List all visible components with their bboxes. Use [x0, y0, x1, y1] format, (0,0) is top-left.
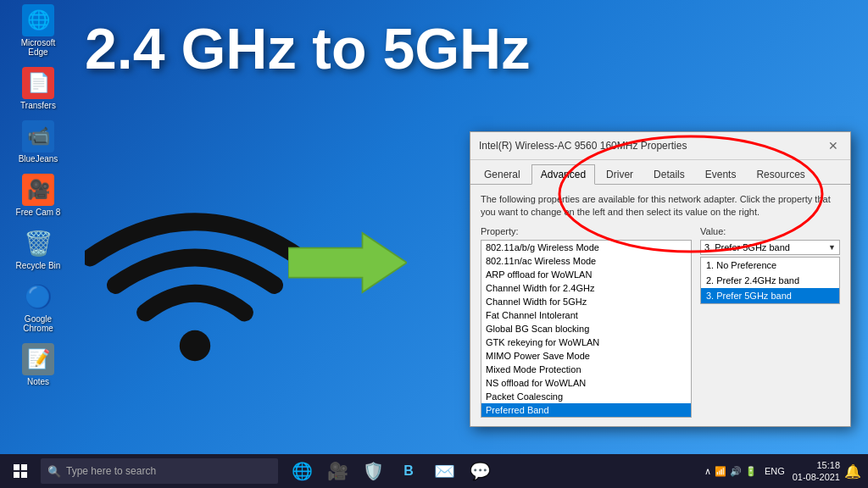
dialog-body: Property: 802.11a/b/g Wireless Mode 802.…: [481, 226, 840, 418]
time-display: 15:18: [793, 459, 840, 471]
battery-icon[interactable]: 🔋: [745, 466, 757, 477]
property-item[interactable]: Fat Channel Intolerant: [481, 308, 691, 322]
property-item[interactable]: MIMO Power Save Mode: [481, 349, 691, 363]
dialog-titlebar: Intel(R) Wireless-AC 9560 160MHz Propert…: [470, 132, 850, 160]
dialog-tabs: General Advanced Driver Details Events R…: [470, 160, 850, 185]
dropdown-arrow-icon: ▼: [828, 243, 836, 252]
desktop-icon-transfers[interactable]: 📄 Transfers: [8, 67, 68, 110]
tab-general[interactable]: General: [475, 164, 530, 185]
value-options-box: 1. No Preference 2. Prefer 2.4GHz band 3…: [700, 257, 840, 304]
property-item[interactable]: NS offload for WoWLAN: [481, 376, 691, 390]
desktop-icon-recyclebin[interactable]: 🗑️ Recycle Bin: [8, 227, 68, 270]
property-item[interactable]: Global BG Scan blocking: [481, 322, 691, 336]
svg-point-0: [180, 330, 210, 361]
dialog-close-button[interactable]: ✕: [825, 137, 842, 154]
property-item[interactable]: Roaming Aggressiveness: [481, 417, 691, 418]
systray-icons: ∧ 📶 🔊 🔋: [704, 466, 757, 477]
dialog-content: The following properties are available f…: [470, 185, 850, 426]
property-item[interactable]: 802.11a/b/g Wireless Mode: [481, 241, 691, 254]
notification-icon[interactable]: 🔔: [844, 463, 861, 480]
tab-details[interactable]: Details: [644, 164, 694, 185]
taskbar: 🔍 Type here to search 🌐 🎥 🛡️ B ✉️ 💬 ∧ 📶 …: [0, 454, 868, 488]
taskbar-app-edge[interactable]: 🌐: [285, 454, 319, 488]
property-item[interactable]: Channel Width for 5GHz: [481, 295, 691, 308]
value-label: Value:: [700, 226, 840, 236]
taskbar-app-chat[interactable]: 💬: [463, 454, 497, 488]
taskbar-search-box[interactable]: 🔍 Type here to search: [41, 458, 278, 484]
value-dropdown-container: 3. Prefer 5GHz band ▼: [700, 240, 840, 255]
desktop: 2.4 GHz to 5GHz 🌐 MicrosoftEdge 📄 Transf…: [0, 0, 868, 488]
wifi-symbol: [85, 169, 305, 390]
value-option-no-preference[interactable]: 1. No Preference: [701, 258, 839, 273]
dialog-properties: Intel(R) Wireless-AC 9560 160MHz Propert…: [470, 131, 851, 427]
taskbar-right: ∧ 📶 🔊 🔋 ENG 15:18 01-08-2021 🔔: [704, 459, 868, 484]
property-label: Property:: [481, 226, 692, 236]
taskbar-app-shield[interactable]: 🛡️: [356, 454, 390, 488]
taskbar-app-camera[interactable]: 🎥: [320, 454, 354, 488]
taskbar-app-b[interactable]: B: [392, 454, 426, 488]
search-placeholder-text: Type here to search: [66, 465, 156, 477]
green-arrow: [288, 229, 407, 297]
property-list[interactable]: 802.11a/b/g Wireless Mode 802.11n/ac Wir…: [481, 240, 692, 418]
property-item[interactable]: ARP offload for WoWLAN: [481, 268, 691, 281]
dialog-title: Intel(R) Wireless-AC 9560 160MHz Propert…: [479, 140, 687, 152]
taskbar-app-mail[interactable]: ✉️: [427, 454, 461, 488]
property-item[interactable]: 802.11n/ac Wireless Mode: [481, 254, 691, 268]
svg-marker-1: [288, 233, 407, 292]
dialog-description: The following properties are available f…: [481, 193, 840, 219]
network-icon[interactable]: 📶: [715, 466, 726, 477]
tab-resources[interactable]: Resources: [747, 164, 814, 185]
search-icon: 🔍: [47, 465, 61, 478]
desktop-icon-freecam[interactable]: 🎥 Free Cam 8: [8, 174, 68, 217]
taskbar-clock[interactable]: 15:18 01-08-2021: [793, 459, 840, 484]
desktop-icon-chrome[interactable]: 🔵 GoogleChrome: [8, 280, 68, 333]
selected-value-text: 3. Prefer 5GHz band: [704, 242, 828, 252]
value-option-prefer-5[interactable]: 3. Prefer 5GHz band: [701, 288, 839, 303]
tab-events[interactable]: Events: [696, 164, 746, 185]
desktop-icons: 🌐 MicrosoftEdge 📄 Transfers 📹 BlueJeans …: [8, 4, 68, 386]
start-button[interactable]: [0, 454, 41, 488]
property-item[interactable]: Packet Coalescing: [481, 390, 691, 403]
value-section: Value: 3. Prefer 5GHz band ▼ 1. No Prefe…: [700, 226, 840, 418]
property-item[interactable]: Mixed Mode Protection: [481, 363, 691, 376]
property-item[interactable]: GTK rekeying for WoWLAN: [481, 336, 691, 349]
value-dropdown-display[interactable]: 3. Prefer 5GHz band ▼: [700, 240, 840, 255]
tab-driver[interactable]: Driver: [597, 164, 643, 185]
property-item-preferred-band[interactable]: Preferred Band: [481, 403, 691, 417]
tab-advanced[interactable]: Advanced: [531, 164, 595, 185]
main-title: 2.4 GHz to 5GHz: [85, 17, 419, 80]
chevron-up-icon[interactable]: ∧: [704, 466, 711, 477]
date-display: 01-08-2021: [793, 471, 840, 483]
language-indicator[interactable]: ENG: [765, 466, 785, 476]
desktop-icon-edge[interactable]: 🌐 MicrosoftEdge: [8, 4, 68, 57]
desktop-icon-notes[interactable]: 📝 Notes: [8, 343, 68, 386]
taskbar-apps: 🌐 🎥 🛡️ B ✉️ 💬: [285, 454, 497, 488]
windows-start-icon: [14, 464, 27, 478]
volume-icon[interactable]: 🔊: [730, 466, 742, 477]
property-section: Property: 802.11a/b/g Wireless Mode 802.…: [481, 226, 692, 418]
desktop-icon-bluejeans[interactable]: 📹 BlueJeans: [8, 120, 68, 164]
property-item[interactable]: Channel Width for 2.4GHz: [481, 281, 691, 295]
value-option-prefer-24[interactable]: 2. Prefer 2.4GHz band: [701, 273, 839, 288]
